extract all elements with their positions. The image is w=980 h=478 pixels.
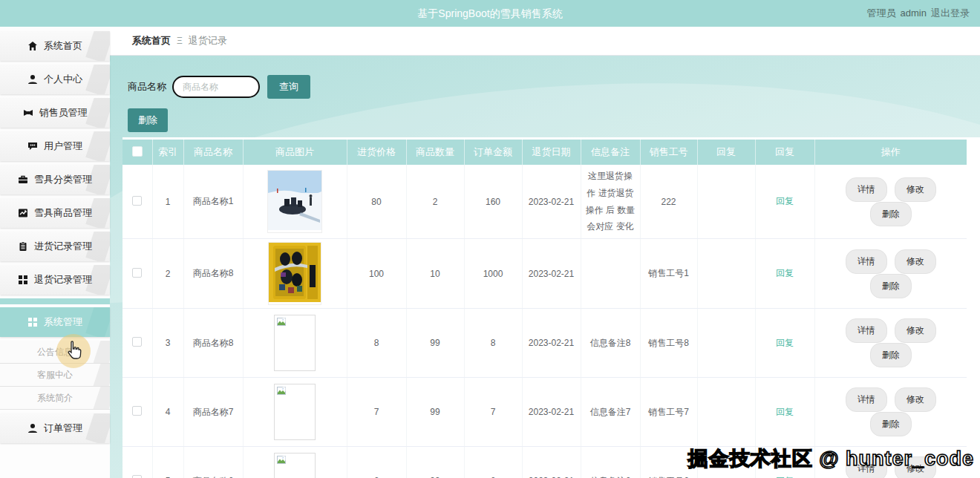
sidebar-subitem-system-intro[interactable]: 系统简介 [0,387,110,410]
sales-staff-cell: 销售工号6 [640,447,697,478]
reply-cell: 回复 [755,165,814,239]
reply-link[interactable]: 回复 [776,338,794,348]
edit-button[interactable]: 修改 [895,318,936,343]
reply-content-cell [697,378,755,447]
sidebar-subitem-label: 系统简介 [37,392,73,405]
product-name-cell: 商品名称6 [183,447,243,478]
sidebar-subitem-customer-service[interactable]: 客服中心 [0,364,110,387]
quantity-cell: 99 [406,378,464,447]
row-checkbox[interactable] [132,337,142,347]
sales-staff-cell: 销售工号8 [640,309,697,378]
sidebar-item-product-mgmt[interactable]: 雪具商品管理 [0,198,110,228]
sidebar-subitem-label: 客服中心 [37,369,73,382]
edit-button[interactable]: 修改 [895,249,936,274]
user-role-label: 管理员 [867,7,896,19]
product-image-cell [243,309,347,378]
sidebar-item-label: 销售员管理 [39,106,88,120]
actions-cell: 详情修改删除 [814,378,967,447]
detail-button[interactable]: 详情 [846,318,887,343]
sidebar-subitem-label: 公告信息 [37,346,73,358]
actions-cell: 详情修改删除 [814,239,967,309]
sales-staff-cell: 222 [640,165,697,239]
index-cell: 3 [152,309,183,378]
grid-icon [18,275,28,285]
app-title: 基于SpringBoot的雪具销售系统 [0,0,980,27]
index-cell: 2 [152,239,183,309]
detail-button[interactable]: 详情 [846,177,887,202]
delete-button[interactable]: 删除 [870,412,912,436]
edit-button[interactable]: 修改 [895,387,936,412]
return-date-cell: 2023-02-21 [522,378,581,447]
select-cell [122,447,152,478]
column-header: 索引 [152,140,183,165]
reply-link[interactable]: 回复 [776,196,794,206]
delete-selected-button[interactable]: 删除 [128,108,168,132]
product-photo [267,170,322,233]
user-icon [27,423,38,433]
reply-content-cell [697,239,755,309]
reply-content-cell [697,447,755,478]
return-date-cell: 2023-02-21 [522,447,581,478]
column-header: 商品数量 [406,140,464,165]
sidebar-item-salesperson-mgmt[interactable]: 销售员管理 [0,98,110,128]
briefcase-icon [18,174,28,185]
detail-button[interactable]: 详情 [846,456,887,478]
return-date-cell: 2023-02-21 [522,309,581,378]
broken-image-placeholder [274,453,316,478]
breadcrumb-current: 退货记录 [189,34,227,48]
sidebar-item-system-mgmt[interactable]: 系统管理 [0,307,110,337]
edit-button[interactable]: 修改 [895,456,936,478]
remark-cell: 这里退货操作 进货退货操作 后 数量会对应 变化 [581,165,640,239]
actions-cell: 详情修改删除 [814,447,967,478]
purchase-price-cell: 8 [347,309,406,378]
order-amount-cell: 6 [464,447,522,478]
sidebar-item-user-mgmt[interactable]: 用户管理 [0,131,110,161]
row-checkbox[interactable] [132,268,142,278]
edit-button[interactable]: 修改 [895,177,936,202]
quantity-cell: 99 [406,309,464,378]
product-name-cell: 商品名称8 [183,239,243,309]
clipboard-icon [18,241,28,252]
reply-link[interactable]: 回复 [776,268,794,278]
delete-button[interactable]: 删除 [870,202,912,226]
select-cell [122,239,152,309]
remark-cell: 信息备注7 [581,378,640,447]
remark-text: 信息备注6 [590,473,631,478]
row-checkbox[interactable] [132,475,142,478]
delete-button[interactable]: 删除 [870,343,912,367]
row-checkbox[interactable] [132,196,142,206]
detail-button[interactable]: 详情 [846,249,887,274]
remark-text: 信息备注7 [590,404,631,421]
order-amount-cell: 1000 [464,239,522,309]
delete-button[interactable]: 删除 [870,274,912,298]
sidebar-item-return-records[interactable]: 退货记录管理 [0,265,110,295]
sidebar-subitem-announcements[interactable]: 公告信息 [0,341,110,364]
row-checkbox[interactable] [132,406,142,416]
reply-cell: 回复 [755,447,814,478]
remark-text: 信息备注8 [590,335,631,352]
sidebar-item-label: 退货记录管理 [34,273,92,287]
search-button[interactable]: 查询 [267,75,310,99]
index-cell: 1 [152,165,183,239]
sidebar-item-order-mgmt[interactable]: 订单管理 [0,413,110,443]
remark-cell: 信息备注6 [581,447,640,478]
reply-link[interactable]: 回复 [776,407,794,417]
sidebar-item-profile[interactable]: 个人中心 [0,65,110,94]
product-image-cell [243,378,347,447]
sidebar-item-label: 订单管理 [44,422,82,435]
content-area: 商品名称 查询 删除 索引商品名称商品图片进货价格商品数量订单金额退货日期信息备… [110,56,980,478]
sidebar-item-category-mgmt[interactable]: 雪具分类管理 [0,165,110,194]
main-area: 系统首页 Ξ 退货记录 商品名称 查询 删除 索引商品名称商品图片进货价格商品数… [110,27,980,478]
order-amount-cell: 8 [464,309,522,378]
sidebar-item-home[interactable]: 系统首页 [0,31,110,61]
index-cell: 5 [152,447,183,478]
column-header: 退货日期 [522,140,581,165]
quantity-cell: 2 [406,165,464,239]
logout-link[interactable]: 退出登录 [931,7,970,19]
select-all-checkbox[interactable] [132,146,143,157]
product-name-input[interactable] [172,76,260,98]
sidebar-item-purchase-records[interactable]: 进货记录管理 [0,232,110,261]
detail-button[interactable]: 详情 [846,387,887,412]
breadcrumb-home[interactable]: 系统首页 [132,34,171,48]
product-name-cell: 商品名称7 [183,378,243,447]
